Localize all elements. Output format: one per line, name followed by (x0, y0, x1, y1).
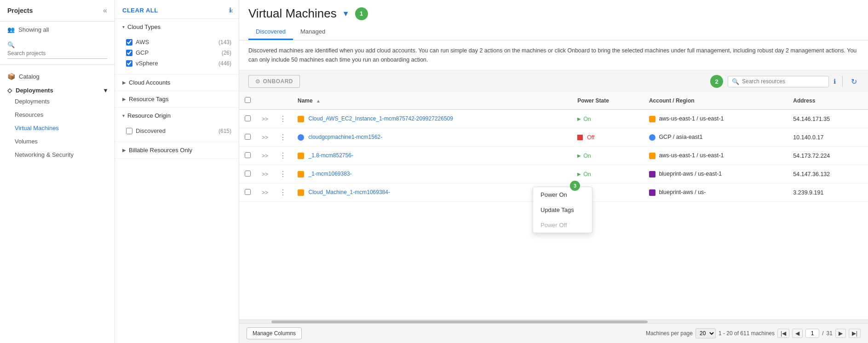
manage-columns-button[interactable]: Manage Columns (247, 327, 302, 339)
cloud-types-header[interactable]: ▾ Cloud Types (115, 19, 239, 35)
aws-label: AWS (136, 39, 149, 46)
pagination-first-button[interactable]: |◀ (777, 329, 789, 338)
row4-play-icon: ▶ (577, 172, 581, 177)
resource-origin-header[interactable]: ▾ Resource Origin (115, 108, 239, 124)
row4-expand-icon[interactable]: >> (262, 171, 268, 177)
billable-resources-header[interactable]: ▶ Billable Resources Only (115, 142, 239, 158)
page-size-select[interactable]: 20 (696, 328, 716, 338)
billable-resources-chevron-icon: ▶ (122, 148, 126, 153)
resource-tags-chevron-icon: ▶ (122, 97, 126, 102)
col-checkbox (239, 92, 256, 109)
table-row: >> ⋮ cloudgcpmachine1-mcm1562- Off (239, 128, 868, 147)
networking-security-label: Networking & Security (15, 151, 74, 158)
pagination-info: 1 - 20 of 611 machines (719, 330, 775, 337)
pagination-last-button[interactable]: ▶| (849, 329, 861, 338)
machines-per-page-label: Machines per page (646, 330, 693, 337)
sidebar-item-volumes[interactable]: Volumes (0, 135, 115, 148)
search-resources-container: 🔍 (728, 76, 829, 87)
filter-gcp: GCP (26) (126, 47, 231, 58)
discovered-checkbox[interactable] (126, 128, 132, 134)
row1-checkbox[interactable] (245, 115, 251, 121)
vsphere-checkbox[interactable] (126, 60, 132, 67)
sidebar-item-networking-security[interactable]: Networking & Security (0, 148, 115, 161)
col-name[interactable]: Name ▲ (292, 92, 572, 109)
row3-checkbox[interactable] (245, 152, 251, 158)
sidebar-item-catalog[interactable]: 📦 Catalog (0, 69, 115, 84)
sidebar-item-virtual-machines[interactable]: Virtual Machines (0, 121, 115, 135)
row3-menu-icon[interactable]: ⋮ (279, 152, 287, 160)
search-projects-section: 🔍 (0, 38, 115, 65)
page-number-input[interactable] (805, 329, 819, 338)
row5-expand-icon[interactable]: >> (262, 189, 268, 196)
context-menu-update-tags[interactable]: Update Tags (533, 202, 592, 217)
cloud-accounts-chevron-icon: ▶ (122, 80, 126, 85)
tabs-row: Discovered Managed (248, 24, 859, 40)
resource-origin-chevron-icon: ▾ (122, 113, 125, 118)
context-menu-power-on[interactable]: Power On (533, 187, 592, 202)
sidebar-item-deployments[interactable]: Deployments (0, 95, 115, 108)
row4-name-label[interactable]: _1-mcm1069383- (309, 171, 352, 177)
sidebar-item-deployments-group[interactable]: ◇ Deployments ▾ (0, 84, 115, 95)
resource-tags-label: Resource Tags (129, 96, 168, 103)
deployments-icon: ◇ (7, 87, 12, 94)
col-account-region: Account / Region (644, 92, 788, 109)
row3-name-label[interactable]: _1.8-mcm852756- (309, 152, 353, 159)
row5-resource-icon (298, 189, 304, 196)
scrollbar-thumb[interactable] (271, 320, 648, 323)
row2-name-label[interactable]: cloudgcpmachine1-mcm1562- (309, 134, 383, 140)
clear-all-button[interactable]: CLEAR ALL (122, 7, 158, 14)
row5-checkbox[interactable] (245, 189, 251, 195)
row3-account-label: aws-us-east-1 / us-east-1 (659, 152, 724, 159)
cloud-accounts-header[interactable]: ▶ Cloud Accounts (115, 74, 239, 91)
search-projects-input[interactable] (7, 48, 107, 59)
showing-all-row: 👥 Showing all (0, 22, 115, 38)
vsphere-count: (446) (218, 60, 231, 67)
toolbar: ⊙ ONBOARD 2 🔍 ℹ ↻ (239, 70, 868, 92)
row2-account-label: GCP / asia-east1 (659, 134, 702, 140)
filter-panel-collapse-button[interactable]: « (229, 6, 233, 15)
discovered-label: Discovered (136, 127, 166, 134)
row4-account: blueprint-aws / us-east-1 (644, 165, 788, 183)
row4-checkbox[interactable] (245, 171, 251, 177)
row1-account-label: aws-us-east-1 / us-east-1 (659, 115, 724, 122)
row5-name-label[interactable]: Cloud_Machine_1-mcm1069384- (309, 189, 390, 195)
table-row: >> ⋮ _1.8-mcm852756- ▶ On aws-u (239, 147, 868, 165)
select-all-checkbox[interactable] (245, 97, 251, 103)
row5-menu-icon[interactable]: ⋮ (279, 189, 287, 196)
pagination-next-button[interactable]: ▶ (835, 329, 846, 338)
refresh-button[interactable]: ↻ (849, 76, 859, 87)
row1-expand-icon[interactable]: >> (262, 116, 268, 122)
table-header-row: Name ▲ Power State Account / Region Addr… (239, 92, 868, 109)
onboard-label: ONBOARD (263, 78, 293, 85)
aws-checkbox[interactable] (126, 39, 132, 46)
sidebar-collapse-button[interactable]: « (103, 6, 107, 15)
onboard-button[interactable]: ⊙ ONBOARD (248, 75, 300, 88)
gcp-checkbox[interactable] (126, 50, 132, 56)
resource-tags-header[interactable]: ▶ Resource Tags (115, 91, 239, 107)
projects-title: Projects (7, 7, 33, 14)
search-resources-input[interactable] (742, 78, 825, 85)
table-footer: Manage Columns Machines per page 20 1 - … (239, 323, 868, 343)
pagination-prev-button[interactable]: ◀ (792, 329, 803, 338)
filter-discovered: Discovered (615) (126, 126, 231, 136)
row3-expand-icon[interactable]: >> (262, 153, 268, 159)
aws-count: (143) (218, 39, 231, 46)
row1-power-state: ▶ On (572, 109, 644, 128)
row4-menu-icon[interactable]: ⋮ (279, 170, 287, 178)
col-expand (256, 92, 274, 109)
tab-discovered[interactable]: Discovered (248, 24, 293, 40)
filter-funnel-icon[interactable]: ▼ (342, 10, 350, 18)
toolbar-info-icon[interactable]: ℹ (834, 78, 836, 85)
row2-checkbox[interactable] (245, 134, 251, 140)
horizontal-scrollbar[interactable] (239, 320, 868, 323)
sidebar-item-resources[interactable]: Resources (0, 108, 115, 121)
row1-menu-icon[interactable]: ⋮ (279, 115, 287, 123)
page-title-row: Virtual Machines ▼ 1 (248, 6, 859, 21)
row1-name-label[interactable]: Cloud_AWS_EC2_Instance_1-mcm875742-20992… (309, 115, 453, 122)
toolbar-right: 2 🔍 ℹ ↻ (710, 75, 859, 88)
tab-managed[interactable]: Managed (293, 24, 333, 40)
row2-menu-icon[interactable]: ⋮ (279, 133, 287, 141)
row1-address: 54.146.171.35 (788, 109, 868, 128)
row3-power-state: ▶ On (572, 147, 644, 165)
row2-expand-icon[interactable]: >> (262, 134, 268, 141)
